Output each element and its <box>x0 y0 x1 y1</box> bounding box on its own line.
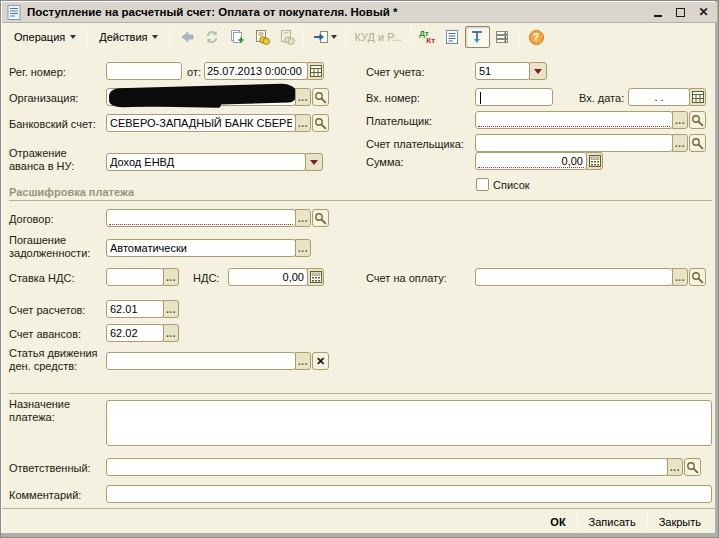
magnifier-icon <box>314 212 327 225</box>
advance-nu-dropdown-button[interactable] <box>305 153 323 171</box>
payment-purpose-label: Назначение платежа: <box>9 398 101 424</box>
actions-menu-button[interactable]: Действия <box>92 27 165 48</box>
maximize-button[interactable] <box>672 5 689 20</box>
document-list-icon <box>444 29 460 45</box>
toolbar-separator <box>410 27 411 47</box>
contract-ellipsis-button[interactable]: ... <box>295 209 311 227</box>
vat-calculator-button[interactable] <box>307 268 324 286</box>
toolbar-separator <box>87 27 88 47</box>
amount-field[interactable]: 0,00 <box>475 152 587 170</box>
payer-account-field[interactable] <box>475 134 673 152</box>
chevron-down-icon <box>70 35 76 39</box>
output-button[interactable] <box>308 26 341 48</box>
copy-button[interactable] <box>224 26 249 48</box>
structure-icon <box>469 29 485 45</box>
reread-button[interactable] <box>199 26 224 48</box>
bank-account-lookup-button[interactable] <box>312 114 329 132</box>
organization-lookup-button[interactable] <box>312 88 329 106</box>
close-icon: ✕ <box>698 6 708 18</box>
copy-add-icon <box>229 29 245 45</box>
comment-label: Комментарий: <box>9 489 81 502</box>
previous-document-button[interactable] <box>174 26 199 48</box>
chevron-down-icon <box>331 35 337 39</box>
operation-menu-button[interactable]: Операция <box>7 27 83 48</box>
cash-flow-item-ellipsis-button[interactable]: ... <box>295 352 311 370</box>
incoming-date-calendar-button[interactable] <box>689 88 706 106</box>
maximize-icon <box>676 8 685 17</box>
dtkt-button[interactable]: Дт Кт <box>415 26 440 48</box>
debt-repayment-field[interactable]: Автоматически <box>106 239 296 257</box>
toolbar-separator <box>169 27 170 47</box>
bank-account-ellipsis-button[interactable]: ... <box>295 114 311 132</box>
export-arrow-icon <box>313 29 329 45</box>
payer-ellipsis-button[interactable]: ... <box>672 111 688 129</box>
arrow-left-icon <box>179 29 195 45</box>
settlement-account-ellipsis-button[interactable]: ... <box>163 300 179 318</box>
document-journal-button[interactable] <box>440 26 465 48</box>
incoming-number-field[interactable] <box>475 88 553 106</box>
bank-account-field[interactable]: СЕВЕРО-ЗАПАДНЫЙ БАНК СБЕРБА <box>106 114 296 132</box>
contract-field[interactable] <box>106 209 296 227</box>
structure-button[interactable] <box>465 26 490 48</box>
incoming-date-field[interactable]: . . <box>628 88 690 106</box>
window-title: Поступление на расчетный счет: Оплата от… <box>27 6 643 18</box>
doc-date-field[interactable]: 25.07.2013 0:00:00 <box>204 62 308 80</box>
magnifier-icon <box>314 117 327 130</box>
save-button[interactable]: Записать <box>578 514 647 530</box>
payer-account-ellipsis-button[interactable]: ... <box>672 134 688 152</box>
advance-account-field[interactable]: 62.02 <box>106 324 164 342</box>
list-settings-button[interactable] <box>490 26 515 48</box>
payment-invoice-ellipsis-button[interactable]: ... <box>672 268 688 286</box>
post-document-button[interactable] <box>249 26 274 48</box>
contract-lookup-button[interactable] <box>312 209 329 227</box>
payment-invoice-lookup-button[interactable] <box>689 268 706 286</box>
unpost-document-button[interactable] <box>274 26 299 48</box>
payment-invoice-field[interactable] <box>475 268 673 286</box>
settlement-account-field[interactable]: 62.01 <box>106 300 164 318</box>
toolbar: Операция Действия <box>2 23 717 51</box>
document-window: Поступление на расчетный счет: Оплата от… <box>0 0 719 538</box>
help-button[interactable]: ? <box>524 26 549 48</box>
advance-account-ellipsis-button[interactable]: ... <box>163 324 179 342</box>
responsible-field[interactable] <box>106 458 668 476</box>
close-form-button[interactable]: Закрыть <box>648 514 712 530</box>
amount-calculator-button[interactable] <box>586 152 603 170</box>
minimize-button[interactable] <box>649 5 666 20</box>
payer-lookup-button[interactable] <box>689 111 706 129</box>
vat-amount-field[interactable]: 0,00 <box>228 268 308 286</box>
accounting-account-dropdown-button[interactable] <box>529 62 547 80</box>
cash-flow-item-field[interactable] <box>106 352 296 370</box>
close-button[interactable]: ✕ <box>695 5 712 20</box>
list-checkbox[interactable] <box>476 178 489 191</box>
responsible-ellipsis-button[interactable]: ... <box>667 458 683 476</box>
ok-button[interactable]: ОК <box>539 514 576 530</box>
cash-flow-item-label: Статья движения ден. средств: <box>9 347 107 373</box>
refresh-icon <box>204 29 220 45</box>
organization-ellipsis-button[interactable]: ... <box>295 88 311 106</box>
payer-account-lookup-button[interactable] <box>689 134 706 152</box>
payment-purpose-textarea[interactable] <box>106 400 712 446</box>
actions-menu-label: Действия <box>99 31 147 43</box>
payer-field[interactable] <box>475 111 673 129</box>
responsible-lookup-button[interactable] <box>684 458 701 476</box>
vat-rate-label: Ставка НДС: <box>9 272 74 285</box>
accounting-account-field[interactable]: 51 <box>475 62 530 80</box>
reg-number-field[interactable] <box>106 62 182 80</box>
contract-label: Договор: <box>9 213 54 226</box>
comment-field[interactable] <box>106 485 712 503</box>
text-caret <box>480 92 481 104</box>
advance-account-label: Счет авансов: <box>9 328 81 341</box>
kud-button[interactable]: КУД и Р... <box>350 31 405 43</box>
advance-nu-field[interactable]: Доход ЕНВД <box>106 153 306 171</box>
cash-flow-item-clear-button[interactable]: ✕ <box>312 352 329 370</box>
vat-rate-ellipsis-button[interactable]: ... <box>163 268 179 286</box>
clear-icon: ✕ <box>316 355 325 368</box>
help-icon: ? <box>529 30 544 45</box>
vat-rate-field[interactable] <box>106 268 164 286</box>
unpost-document-icon <box>279 29 295 45</box>
debt-repayment-ellipsis-button[interactable]: ... <box>295 239 311 257</box>
doc-date-label: от: <box>187 66 201 79</box>
calendar-button[interactable] <box>307 62 324 80</box>
calendar-icon <box>692 91 704 103</box>
accounting-account-label: Счет учета: <box>366 66 424 79</box>
